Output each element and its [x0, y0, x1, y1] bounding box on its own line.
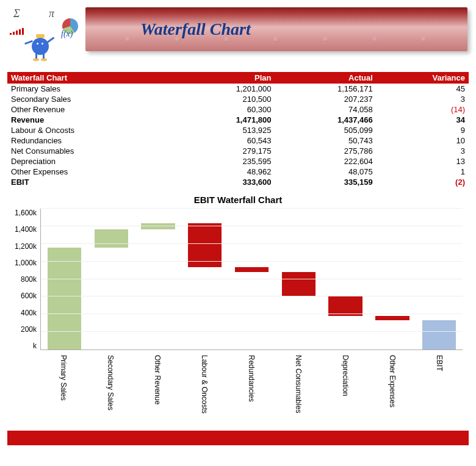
- x-label: Secondary Sales: [87, 353, 134, 420]
- footer-bar: [7, 431, 469, 445]
- bar-slot: [135, 209, 182, 349]
- y-tick: 1,200k: [10, 242, 37, 251]
- bar-slot: [181, 209, 228, 349]
- row-variance: 45: [377, 84, 469, 94]
- table-row: Other Revenue60,30074,058(14): [7, 104, 469, 115]
- row-label: Labour & Oncosts: [7, 125, 182, 135]
- row-actual: 1,156,171: [275, 84, 376, 94]
- row-variance: 34: [377, 115, 469, 125]
- row-label: Secondary Sales: [7, 94, 182, 104]
- bar-pos: [95, 229, 128, 248]
- plot-area: [40, 209, 463, 350]
- row-label: Redundancies: [7, 135, 182, 146]
- x-label: Labour & Oncosts: [181, 353, 228, 420]
- sigma-icon: Σ: [13, 7, 20, 20]
- header: Σ π f(x) Waterfall Chart: [0, 0, 476, 60]
- data-table: Waterfall Chart Plan Actual Variance Pri…: [7, 72, 469, 187]
- table-row: Revenue1,471,8001,437,46634: [7, 115, 469, 125]
- fx-icon: f(x): [61, 29, 73, 39]
- bar-neg: [328, 296, 362, 316]
- row-label: Other Expenses: [7, 167, 182, 177]
- row-variance: (2): [377, 177, 469, 187]
- row-variance: 9: [377, 125, 469, 135]
- bars-icon: [10, 28, 24, 35]
- x-label: Redundancies: [228, 353, 275, 420]
- col-name: Waterfall Chart: [7, 72, 182, 84]
- row-plan: 333,600: [182, 177, 275, 187]
- row-variance: 13: [377, 156, 469, 167]
- row-actual: 222,604: [275, 156, 376, 167]
- row-actual: 207,237: [275, 94, 376, 104]
- row-actual: 335,159: [275, 177, 376, 187]
- bar-neg: [282, 272, 316, 296]
- row-label: Revenue: [7, 115, 182, 125]
- bar-slot: [275, 209, 322, 349]
- y-axis: 1,600k1,400k1,200k1,000k800k600k400k200k…: [10, 209, 40, 350]
- table-row: Labour & Oncosts513,925505,0999: [7, 125, 469, 135]
- bar-slot: [369, 209, 416, 349]
- x-label: Depreciation: [322, 353, 369, 420]
- row-label: EBIT: [7, 177, 182, 187]
- row-label: Other Revenue: [7, 104, 182, 115]
- row-plan: 210,500: [182, 94, 275, 104]
- table-header-row: Waterfall Chart Plan Actual Variance: [7, 72, 469, 84]
- bar-neg: [235, 267, 269, 271]
- table-row: EBIT333,600335,159(2): [7, 177, 469, 187]
- y-tick: 400k: [10, 309, 37, 317]
- table-row: Primary Sales1,201,0001,156,17145: [7, 84, 469, 94]
- chart-title: EBIT Waterfall Chart: [7, 195, 469, 205]
- row-actual: 505,099: [275, 125, 376, 135]
- y-tick: 1,000k: [10, 259, 37, 267]
- row-plan: 513,925: [182, 125, 275, 135]
- bar-slot: [41, 209, 88, 349]
- row-plan: 1,471,800: [182, 115, 275, 125]
- row-plan: 48,962: [182, 167, 275, 177]
- col-plan: Plan: [182, 72, 275, 84]
- row-plan: 279,175: [182, 146, 275, 156]
- row-variance: 3: [377, 146, 469, 156]
- bar-slot: [228, 209, 275, 349]
- y-tick: 600k: [10, 292, 37, 300]
- table-row: Other Expenses48,96248,0751: [7, 167, 469, 177]
- bar-neg: [375, 316, 409, 320]
- table-row: Secondary Sales210,500207,2373: [7, 94, 469, 104]
- row-actual: 74,058: [275, 104, 376, 115]
- row-plan: 1,201,000: [182, 84, 275, 94]
- x-axis: Primary SalesSecondary SalesOther Revenu…: [40, 353, 463, 420]
- row-actual: 275,786: [275, 146, 376, 156]
- bar-pos: [141, 223, 175, 230]
- col-variance: Variance: [377, 72, 469, 84]
- bar-slot: [322, 209, 369, 349]
- row-variance: 10: [377, 135, 469, 146]
- row-actual: 48,075: [275, 167, 376, 177]
- bar-slot: [88, 209, 135, 349]
- bar-slot: [416, 209, 463, 349]
- row-variance: 3: [377, 94, 469, 104]
- banner: Waterfall Chart: [85, 7, 467, 51]
- y-tick: 200k: [10, 325, 37, 334]
- waterfall-chart: 1,600k1,400k1,200k1,000k800k600k400k200k…: [7, 209, 469, 420]
- row-label: Depreciation: [7, 156, 182, 167]
- row-plan: 235,595: [182, 156, 275, 167]
- x-label: Other Revenue: [134, 353, 181, 420]
- row-label: Primary Sales: [7, 84, 182, 94]
- row-label: Net Consumables: [7, 146, 182, 156]
- y-tick: 1,600k: [10, 209, 37, 217]
- table-row: Depreciation235,595222,60413: [7, 156, 469, 167]
- row-variance: (14): [377, 104, 469, 115]
- logo: Σ π f(x): [6, 5, 85, 60]
- table-row: Net Consumables279,175275,7863: [7, 146, 469, 156]
- x-label: Other Expenses: [369, 353, 416, 420]
- row-actual: 50,743: [275, 135, 376, 146]
- x-label: EBIT: [416, 353, 463, 420]
- col-actual: Actual: [275, 72, 376, 84]
- bar-pos: [48, 248, 81, 349]
- table-row: Redundancies60,54350,74310: [7, 135, 469, 146]
- row-plan: 60,300: [182, 104, 275, 115]
- mascot-icon: [27, 32, 54, 59]
- content: Waterfall Chart Plan Actual Variance Pri…: [0, 60, 476, 425]
- bar-end: [422, 320, 456, 349]
- x-label: Net Consumables: [275, 353, 322, 420]
- row-variance: 1: [377, 167, 469, 177]
- y-tick: 1,400k: [10, 225, 37, 234]
